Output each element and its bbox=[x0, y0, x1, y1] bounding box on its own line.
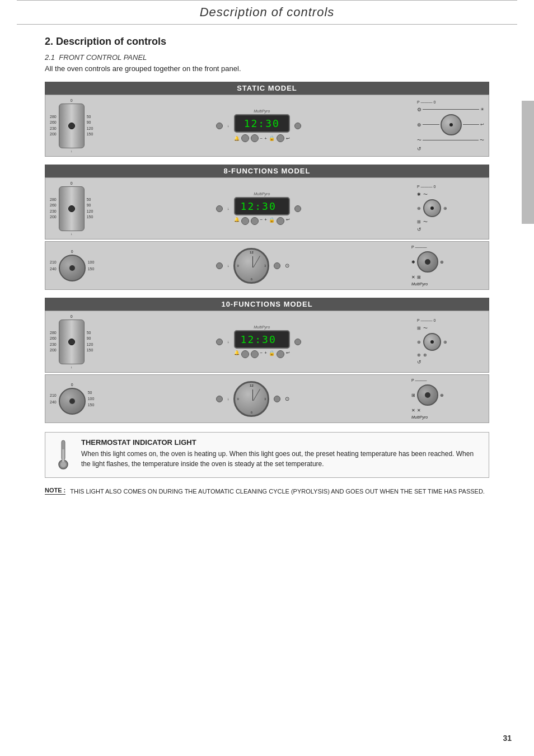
10f-btn1[interactable] bbox=[241, 350, 249, 358]
8f-func-r2: ⊕ ⊕ bbox=[417, 199, 447, 217]
center-arrow: ↓ bbox=[227, 124, 229, 128]
8f-brand: MultiPyro bbox=[234, 192, 290, 196]
display-box: 12:30 bbox=[234, 114, 290, 133]
func-wave2-icon: 〜 bbox=[417, 137, 421, 143]
func-symbol-1: ☀ bbox=[480, 107, 484, 112]
10fb-left: 210240 0 50100150 bbox=[50, 383, 94, 415]
func-row-3: 〜 〜 bbox=[417, 137, 484, 143]
func-line-3 bbox=[463, 124, 480, 125]
ctrl-arrow-icon: ↩ bbox=[286, 136, 290, 141]
timer-9: 9 bbox=[237, 264, 238, 267]
10f-minus[interactable]: − bbox=[260, 350, 263, 358]
static-dial: 0 ↓ bbox=[59, 98, 85, 153]
ten-func-panel-bottom: 210240 0 50100150 ↓ 12 3 6 bbox=[45, 374, 489, 423]
func-p-label: P ——— 0 bbox=[417, 100, 435, 104]
static-dial-left: 280260230200 0 ↓ 5090120150 bbox=[50, 98, 100, 153]
8f-time: 12:30 bbox=[241, 200, 283, 212]
10f-dial-body bbox=[59, 320, 85, 364]
8f-dial: 0 ↓ bbox=[59, 181, 85, 236]
ctrl-plus[interactable]: + bbox=[264, 136, 267, 141]
8f-dial-left-marks: 280260230200 bbox=[50, 197, 57, 220]
thermostat-heading: THERMOSTAT INDICATOR LIGHT bbox=[81, 438, 482, 447]
10f-display-box: 12:30 bbox=[234, 330, 290, 349]
ctrl-btn-1[interactable] bbox=[241, 134, 249, 142]
8f-minus[interactable]: − bbox=[260, 217, 263, 225]
8f-dial-left: 280260230200 0 ↓ 5090120150 bbox=[50, 181, 100, 236]
ctrl-btn-2[interactable] bbox=[251, 134, 259, 142]
8f-lock: 🔒 bbox=[269, 217, 275, 225]
10f-knob bbox=[68, 339, 75, 345]
ctrl-minus[interactable]: − bbox=[260, 136, 263, 141]
8f-arrow2: ↩ bbox=[286, 217, 290, 225]
8f-btn1[interactable] bbox=[241, 217, 249, 225]
8f-func-right: P ——— 0 ✱ 〜 ⊕ ⊕ ⊞ 〜 ↺ bbox=[417, 185, 484, 232]
10f-fs1: ⊞ bbox=[417, 326, 421, 331]
10f-btn3[interactable] bbox=[277, 350, 284, 358]
10fb-round-knob: 0 bbox=[59, 383, 86, 415]
ctrl-btn-3[interactable] bbox=[277, 134, 284, 142]
10f-fs4: ⊕ bbox=[443, 340, 447, 345]
main-content: 2. Description of controls 2.1 Front con… bbox=[0, 25, 534, 519]
10f-btn2[interactable] bbox=[251, 350, 259, 358]
8f-func-r3: ⊞ 〜 bbox=[417, 219, 428, 225]
10fb-zero: 0 bbox=[59, 383, 86, 387]
note-label: NOTE : bbox=[45, 487, 65, 495]
static-center: ↓ MultiPyro 12:30 🔔 − + 🔒 ↩ bbox=[100, 109, 417, 142]
10f-time: 12:30 bbox=[241, 334, 283, 345]
subsection-label: 2.1 Front control panel bbox=[45, 53, 147, 62]
8f-dial-arrow: ↓ bbox=[59, 232, 85, 236]
10f-fs2: 〜 bbox=[423, 325, 428, 331]
thermostat-icon bbox=[52, 438, 74, 472]
8f-func3: ⊕ bbox=[443, 206, 447, 211]
8f-display-group: MultiPyro 12:30 🔔 − + 🔒 ↩ bbox=[234, 192, 290, 225]
svg-point-3 bbox=[60, 462, 66, 467]
8f-display: 12:30 bbox=[234, 197, 290, 215]
func-star-icon: ⚙ bbox=[417, 107, 421, 112]
8f-func4: ⊞ bbox=[417, 219, 421, 224]
eight-func-model-section: 8-FUNCTIONS MODEL 280260230200 0 ↓ 50901… bbox=[45, 165, 489, 290]
subsection-desc: All the oven controls are grouped togeth… bbox=[45, 64, 489, 73]
note-section: NOTE : THIS LIGHT ALSO COMES ON DURING T… bbox=[45, 487, 489, 496]
t2-9: 9 bbox=[237, 397, 238, 401]
func-line-1 bbox=[423, 109, 479, 110]
8fb-light-l bbox=[216, 262, 223, 269]
8f-plus[interactable]: + bbox=[264, 217, 267, 225]
10f-lock: 🔒 bbox=[269, 350, 275, 358]
func-line-2 bbox=[423, 124, 439, 125]
8f-indicator-l bbox=[216, 205, 223, 212]
10fb-light-l bbox=[216, 396, 223, 402]
dial-bottom-mark: ↓ bbox=[59, 149, 85, 153]
func-g-symbol: ↺ bbox=[417, 146, 421, 152]
8fb-light-r bbox=[274, 262, 280, 269]
8f-arrow: ↓ bbox=[227, 206, 229, 210]
10f-btns: 🔔 − + 🔒 ↩ bbox=[234, 350, 290, 358]
10fb-knob bbox=[59, 388, 86, 415]
10f-dial: 0 ↓ bbox=[59, 314, 85, 369]
8f-p-line: P ——— 0 bbox=[417, 185, 435, 189]
func-symbol-3: 〜 bbox=[480, 137, 484, 143]
8fb-arrow3: ⊕ bbox=[440, 260, 444, 265]
10f-knob-dot2 bbox=[430, 340, 434, 344]
8f-g: ↺ bbox=[417, 227, 421, 232]
10fb-light-r bbox=[274, 396, 280, 402]
10fb-star: ⊞ bbox=[411, 393, 415, 398]
10f-plus[interactable]: + bbox=[264, 350, 267, 358]
dial-knob bbox=[68, 123, 75, 129]
8f-dial-zero: 0 bbox=[59, 181, 85, 185]
static-model-section: STATIC MODEL 280260230200 0 ↓ 5090120150 bbox=[45, 82, 489, 157]
8fb-x: ✕ bbox=[411, 275, 415, 280]
10f-display: MultiPyro 12:30 🔔 − + 🔒 ↩ bbox=[234, 325, 290, 358]
8f-btn3[interactable] bbox=[277, 217, 284, 225]
8fb-right: P ——— ✱ ⊕ ✕ ⊞ MultiPyro bbox=[411, 245, 484, 286]
ctrl-lock-icon: 🔒 bbox=[269, 135, 275, 141]
10f-func-right: P ——— 0 ⊞ 〜 ⊕ ⊕ ⊗ ⊗ ↺ bbox=[417, 318, 484, 365]
8f-dial-body bbox=[59, 186, 85, 231]
10fb-o: ⊙ bbox=[285, 396, 289, 402]
dial-right-markings: 5090120150 bbox=[87, 114, 93, 138]
8f-btn2[interactable] bbox=[251, 217, 259, 225]
8fb-zero: 0 bbox=[59, 250, 86, 253]
eight-func-panel-bottom: 210240 0 100150 ↓ 12 3 bbox=[45, 241, 489, 290]
8fb-dial-left: 210240 0 100150 bbox=[50, 250, 94, 281]
10f-dial-left: 280260230200 0 ↓ 5090120150 bbox=[50, 314, 100, 369]
10f-p-line: P ——— 0 bbox=[417, 318, 435, 322]
